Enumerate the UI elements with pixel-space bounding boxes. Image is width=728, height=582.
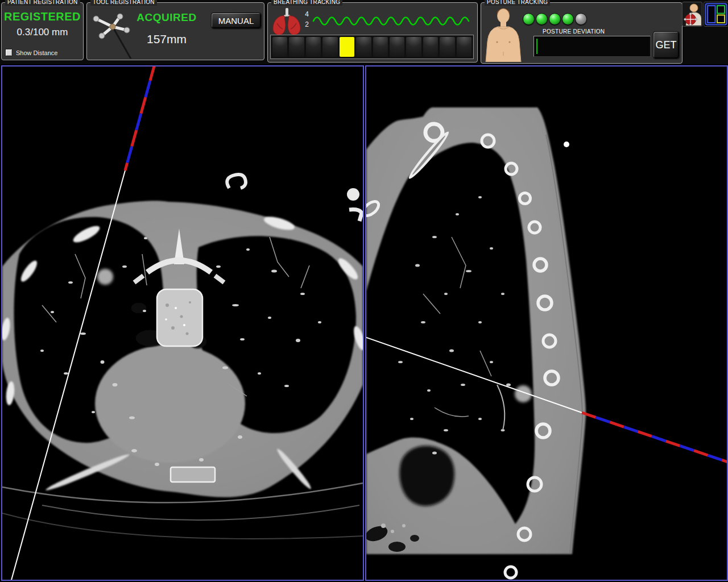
get-posture-button[interactable]: GET (653, 31, 679, 59)
manual-registration-button[interactable]: MANUAL (211, 13, 261, 28)
patient-registration-status: REGISTERED (2, 10, 83, 23)
registration-accuracy-value: 0.3/100 mm (2, 27, 83, 38)
posture-led-off (575, 13, 587, 25)
tool-registration-panel: TOOL REGISTRATION ACQUIRED MANUAL 157mm (86, 2, 264, 60)
breathing-segment (390, 37, 404, 57)
show-distance-label: Show Distance (16, 49, 57, 56)
breathing-segment (440, 37, 454, 57)
breathing-waveform (312, 10, 474, 31)
lungs-icon (271, 7, 302, 36)
navigation-workstation: { "panels": { "patient_registration": { … (0, 0, 728, 582)
viewport-layout-button[interactable] (704, 2, 728, 27)
breathing-scale-top: 4 (301, 10, 309, 18)
sagittal-ct-viewport[interactable] (365, 65, 728, 581)
breathing-segment (406, 37, 421, 57)
patient-target-button[interactable] (682, 2, 702, 27)
sternum (171, 467, 215, 482)
breathing-tracking-title: BREATHING TRACKING (271, 0, 342, 6)
posture-led-on (523, 13, 535, 25)
heart-shadow (95, 344, 245, 463)
breathing-segment (356, 37, 371, 57)
breathing-segment (306, 37, 321, 57)
posture-led-on (549, 13, 561, 25)
breathing-scale-bottom: 2 (301, 20, 309, 28)
viewport-layout-icon (705, 3, 727, 26)
patient-registration-panel: PATIENT REGISTRATION REGISTERED 0.3/100 … (1, 2, 84, 60)
breathing-segment (423, 37, 438, 57)
breathing-segment (373, 37, 388, 57)
tool-registration-title: TOOL REGISTRATION (90, 0, 157, 6)
posture-led-on (562, 13, 574, 25)
patient-torso-icon (483, 6, 524, 62)
breathing-segment (322, 37, 337, 57)
patient-target-icon (683, 3, 701, 26)
posture-deviation-input[interactable] (533, 36, 651, 57)
breathing-progress-bar (270, 35, 474, 59)
tool-registration-status: ACQUIRED (130, 11, 204, 24)
top-status-bar: PATIENT REGISTRATION REGISTERED 0.3/100 … (0, 0, 728, 64)
stomach-bubble (399, 446, 454, 506)
patient-registration-title: PATIENT REGISTRATION (5, 0, 80, 6)
posture-tracking-title: POSTURE TRACKING (485, 0, 550, 6)
tool-distance-value: 157mm (130, 32, 204, 46)
posture-led-row (523, 13, 587, 25)
axial-target-nodule (97, 269, 113, 285)
deviation-caret (536, 39, 537, 54)
show-distance-row: Show Distance (5, 49, 57, 56)
breathing-segment (289, 37, 304, 57)
posture-tracking-panel: POSTURE TRACKING POSTURE DEVIATION GET (481, 2, 682, 64)
sagittal-ct-image (366, 66, 727, 580)
fiducial-dot (564, 142, 569, 147)
breathing-segment (272, 37, 287, 57)
posture-led-on (536, 13, 548, 25)
breathing-segment (457, 37, 471, 57)
axial-ct-viewport[interactable] (1, 65, 364, 581)
tracked-tool-icon (88, 7, 133, 59)
breathing-segment-active (340, 37, 354, 57)
show-distance-checkbox[interactable] (5, 49, 13, 56)
breathing-tracking-panel: BREATHING TRACKING 4 2 (267, 2, 478, 63)
posture-deviation-label: POSTURE DEVIATION (543, 28, 605, 35)
axial-ct-image (2, 66, 363, 580)
